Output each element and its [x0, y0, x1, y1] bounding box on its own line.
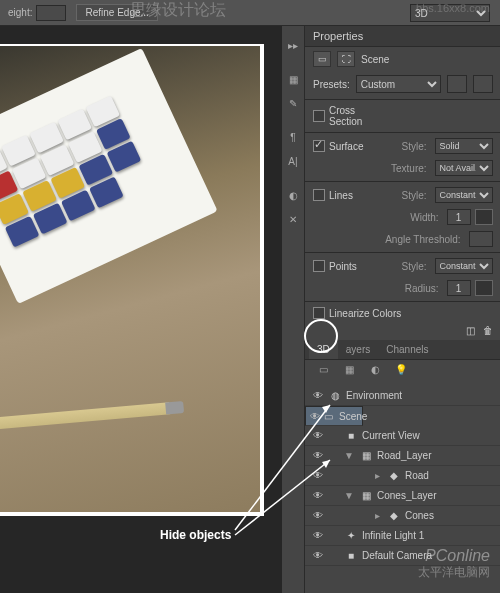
scene-type-icon[interactable]: ▭	[313, 51, 331, 67]
lines-style-select[interactable]: Constant	[435, 187, 493, 203]
tool-paragraph-icon[interactable]: ¶	[282, 126, 304, 148]
tab-channels[interactable]: Channels	[378, 340, 436, 359]
vertical-toolstrip: ▸▸ ▦ ✎ ¶ A| ◐ ✕	[282, 26, 305, 593]
points-style-label: Style:	[402, 261, 427, 272]
item-type-icon: ▦	[358, 490, 374, 501]
tree-row-cones[interactable]: 👁▸◆Cones	[305, 506, 500, 526]
lines-angle-input[interactable]	[469, 231, 493, 247]
lines-width-input[interactable]	[447, 209, 471, 225]
linearize-label: Linearize Colors	[329, 308, 401, 319]
visibility-eye-icon[interactable]: 👁	[309, 430, 327, 441]
visibility-eye-icon[interactable]: 👁	[309, 470, 327, 481]
twisty-icon[interactable]: ▼	[343, 450, 355, 461]
filter-scene-icon[interactable]: ▭	[313, 364, 333, 382]
watermark-cn: 太平洋电脑网	[418, 564, 490, 581]
canvas[interactable]	[0, 26, 282, 593]
tree-row-infinite-light-1[interactable]: 👁✦Infinite Light 1	[305, 526, 500, 546]
trash-icon[interactable]: 🗑	[483, 325, 493, 336]
item-label: Environment	[346, 390, 402, 401]
twisty-icon[interactable]: ▸	[371, 470, 383, 481]
height-label: eight:	[8, 7, 32, 18]
item-label: Cones	[405, 510, 434, 521]
item-type-icon: ◍	[327, 390, 343, 401]
tree-row-current-view[interactable]: 👁■Current View	[305, 426, 500, 446]
cross-section-checkbox[interactable]	[313, 110, 325, 122]
surface-label: Surface	[329, 141, 389, 152]
filter-light-icon[interactable]: 💡	[391, 364, 411, 382]
item-label: Current View	[362, 430, 420, 441]
visibility-eye-icon[interactable]: 👁	[309, 490, 327, 501]
visibility-eye-icon[interactable]: 👁	[309, 450, 327, 461]
item-type-icon: ■	[343, 550, 359, 561]
tree-row-road[interactable]: 👁▸◆Road	[305, 466, 500, 486]
item-type-icon: ◆	[386, 470, 402, 481]
surface-style-select[interactable]: Solid	[435, 138, 493, 154]
cross-section-label: Cross Section	[329, 105, 389, 127]
item-label: Scene	[339, 411, 367, 422]
properties-header[interactable]: Properties	[305, 26, 500, 47]
points-radius-input[interactable]	[447, 280, 471, 296]
lines-checkbox[interactable]	[313, 189, 325, 201]
twisty-icon[interactable]: ▼	[343, 490, 355, 501]
render-icon[interactable]: ◫	[466, 325, 475, 336]
visibility-eye-icon[interactable]: 👁	[309, 510, 327, 521]
item-label: Default Camera	[362, 550, 432, 561]
visibility-eye-icon[interactable]: 👁	[309, 390, 327, 401]
tree-row-road-layer[interactable]: 👁▼▦Road_Layer	[305, 446, 500, 466]
item-label: Road_Layer	[377, 450, 431, 461]
points-radius-label: Radius:	[405, 283, 439, 294]
lines-width-label: Width:	[410, 212, 438, 223]
item-type-icon: ▦	[358, 450, 374, 461]
document-photo	[0, 44, 264, 516]
surface-texture-select[interactable]: Not Avail...	[435, 160, 493, 176]
presets-select[interactable]: Custom	[356, 75, 441, 93]
surface-style-label: Style:	[402, 141, 427, 152]
tool-circle-icon[interactable]: ◐	[282, 184, 304, 206]
tool-swatches-icon[interactable]: ▦	[282, 68, 304, 90]
tab-3d[interactable]: 3D	[309, 340, 338, 359]
tree-row-environment[interactable]: 👁◍Environment	[305, 386, 500, 406]
tree-row-scene[interactable]: 👁▭Scene	[305, 406, 363, 426]
visibility-eye-icon[interactable]: 👁	[309, 530, 327, 541]
visibility-eye-icon[interactable]: 👁	[309, 550, 327, 561]
points-checkbox[interactable]	[313, 260, 325, 272]
height-input[interactable]	[36, 5, 66, 21]
surface-checkbox[interactable]	[313, 140, 325, 152]
tool-adjust-icon[interactable]: ✕	[282, 208, 304, 230]
lines-style-label: Style:	[402, 190, 427, 201]
watermark-url: bbs.16xx8.com	[416, 2, 490, 14]
surface-texture-label: Texture:	[391, 163, 427, 174]
filter-material-icon[interactable]: ◐	[365, 364, 385, 382]
scene-label: Scene	[361, 54, 389, 65]
item-type-icon: ◆	[386, 510, 402, 521]
twisty-icon[interactable]: ▸	[371, 510, 383, 521]
points-label: Points	[329, 261, 389, 272]
item-type-icon: ■	[343, 430, 359, 441]
points-color-swatch[interactable]	[475, 280, 493, 296]
item-label: Infinite Light 1	[362, 530, 424, 541]
item-label: Road	[405, 470, 429, 481]
annotation-hide-label: Hide objects	[160, 528, 231, 542]
item-label: Cones_Layer	[377, 490, 436, 501]
visibility-eye-icon[interactable]: 👁	[310, 411, 320, 422]
tool-expand-icon[interactable]: ▸▸	[282, 34, 304, 56]
lines-angle-label: Angle Threshold:	[385, 234, 460, 245]
tab-layers[interactable]: ayers	[338, 340, 378, 359]
tree-row-cones-layer[interactable]: 👁▼▦Cones_Layer	[305, 486, 500, 506]
watermark-pconline: PConline	[425, 547, 490, 565]
tool-brush-icon[interactable]: ✎	[282, 92, 304, 114]
watermark-forum: 思缘设计论坛	[130, 0, 226, 21]
preset-add-button[interactable]	[447, 75, 467, 93]
lines-color-swatch[interactable]	[475, 209, 493, 225]
item-type-icon: ▭	[320, 411, 336, 422]
points-style-select[interactable]: Constant	[435, 258, 493, 274]
linearize-checkbox[interactable]	[313, 307, 325, 319]
item-type-icon: ✦	[343, 530, 359, 541]
scene-coord-icon[interactable]: ⛶	[337, 51, 355, 67]
tool-char-icon[interactable]: A|	[282, 150, 304, 172]
presets-label: Presets:	[313, 79, 350, 90]
filter-mesh-icon[interactable]: ▦	[339, 364, 359, 382]
lines-label: Lines	[329, 190, 389, 201]
preset-del-button[interactable]	[473, 75, 493, 93]
